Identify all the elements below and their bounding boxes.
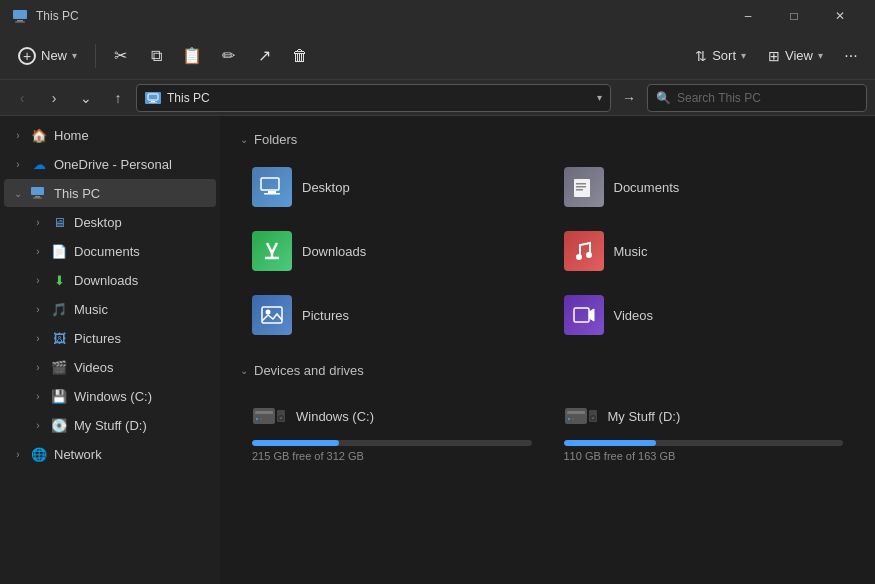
chevron-icon: › [32, 275, 44, 286]
sidebar-item-videos[interactable]: › 🎬 Videos [4, 353, 216, 381]
videos-folder-icon [564, 295, 604, 335]
winc-bar-track [252, 440, 532, 446]
desktop-icon: 🖥 [50, 213, 68, 231]
cut-button[interactable]: ✂ [104, 40, 136, 72]
folder-pictures-label: Pictures [302, 308, 349, 323]
svg-point-29 [260, 418, 262, 420]
address-chevron-icon[interactable]: ▾ [597, 92, 602, 103]
search-box[interactable]: 🔍 Search This PC [647, 84, 867, 112]
pictures-icon: 🖼 [50, 329, 68, 347]
new-button[interactable]: + New ▾ [8, 42, 87, 70]
address-bar: ‹ › ⌄ ↑ This PC ▾ → 🔍 Search This PC [0, 80, 875, 116]
folder-desktop-label: Desktop [302, 180, 350, 195]
svg-rect-5 [149, 102, 157, 103]
toolbar-separator-1 [95, 44, 96, 68]
drives-grid: Windows (C:) 215 GB free of 312 GB [240, 390, 855, 470]
sidebar-item-downloads[interactable]: › ⬇ Downloads [4, 266, 216, 294]
sidebar-item-pictures[interactable]: › 🖼 Pictures [4, 324, 216, 352]
sidebar-item-mystuff[interactable]: › 💽 My Stuff (D:) [4, 411, 216, 439]
sidebar-item-documents[interactable]: › 📄 Documents [4, 237, 216, 265]
mystuff-drive-icon [564, 398, 600, 434]
section-chevron-icon: ⌄ [240, 134, 248, 145]
svg-point-27 [280, 417, 283, 420]
window-controls: – □ ✕ [725, 0, 863, 32]
svg-rect-30 [565, 408, 587, 424]
svg-point-19 [586, 252, 592, 258]
delete-button[interactable]: 🗑 [284, 40, 316, 72]
maximize-button[interactable]: □ [771, 0, 817, 32]
music-folder-icon [564, 231, 604, 271]
svg-rect-2 [15, 22, 25, 23]
drive-winc[interactable]: Windows (C:) 215 GB free of 312 GB [240, 390, 544, 470]
back-button[interactable]: ‹ [8, 84, 36, 112]
go-button[interactable]: → [615, 84, 643, 112]
sidebar-item-onedrive[interactable]: › ☁ OneDrive - Personal [4, 150, 216, 178]
sidebar-item-home[interactable]: › 🏠 Home [4, 121, 216, 149]
close-button[interactable]: ✕ [817, 0, 863, 32]
folder-documents[interactable]: Documents [552, 159, 856, 215]
rename-button[interactable]: ✏ [212, 40, 244, 72]
folder-videos[interactable]: Videos [552, 287, 856, 343]
svg-rect-12 [574, 179, 590, 197]
sidebar-item-thispc[interactable]: ⌄ This PC [4, 179, 216, 207]
folder-music-label: Music [614, 244, 648, 259]
sidebar-label: Videos [74, 360, 208, 375]
mystuff-icon: 💽 [50, 416, 68, 434]
svg-point-34 [591, 417, 594, 420]
paste-button[interactable]: 📋 [176, 40, 208, 72]
folder-documents-label: Documents [614, 180, 680, 195]
winc-icon: 💾 [50, 387, 68, 405]
new-icon: + [18, 47, 36, 65]
up-button[interactable]: ↑ [104, 84, 132, 112]
chevron-icon: › [32, 362, 44, 373]
folder-pictures[interactable]: Pictures [240, 287, 544, 343]
minimize-button[interactable]: – [725, 0, 771, 32]
pictures-folder-icon [252, 295, 292, 335]
mystuff-drive-info: 110 GB free of 163 GB [564, 450, 844, 462]
chevron-icon: › [32, 246, 44, 257]
folder-desktop[interactable]: Desktop [240, 159, 544, 215]
chevron-icon: › [32, 333, 44, 344]
recent-button[interactable]: ⌄ [72, 84, 100, 112]
address-text: This PC [167, 91, 591, 105]
devices-section-header: ⌄ Devices and drives [240, 363, 855, 378]
sidebar-label: My Stuff (D:) [74, 418, 208, 433]
svg-rect-8 [33, 198, 42, 199]
view-button[interactable]: ⊞ View ▾ [758, 43, 833, 69]
computer-icon [12, 8, 28, 24]
chevron-icon: › [12, 130, 24, 141]
sidebar-label: Desktop [74, 215, 208, 230]
content-area: ⌄ Folders Desktop [220, 116, 875, 584]
sidebar-label: Documents [74, 244, 208, 259]
downloads-icon: ⬇ [50, 271, 68, 289]
sidebar-item-network[interactable]: › 🌐 Network [4, 440, 216, 468]
chevron-icon: › [12, 449, 24, 460]
sort-button[interactable]: ⇅ Sort ▾ [685, 43, 756, 69]
svg-point-21 [266, 310, 271, 315]
folder-music[interactable]: Music [552, 223, 856, 279]
svg-rect-1 [17, 20, 23, 22]
sidebar-label: Music [74, 302, 208, 317]
svg-rect-15 [576, 189, 583, 191]
view-icon: ⊞ [768, 48, 780, 64]
devices-section-title: Devices and drives [254, 363, 364, 378]
sidebar-item-music[interactable]: › 🎵 Music [4, 295, 216, 323]
svg-rect-3 [148, 94, 158, 100]
drive-mystuff[interactable]: My Stuff (D:) 110 GB free of 163 GB [552, 390, 856, 470]
sidebar-label: OneDrive - Personal [54, 157, 208, 172]
address-input[interactable]: This PC ▾ [136, 84, 611, 112]
sidebar-item-desktop[interactable]: › 🖥 Desktop [4, 208, 216, 236]
drive-mystuff-header: My Stuff (D:) [564, 398, 844, 434]
copy-button[interactable]: ⧉ [140, 40, 172, 72]
sidebar: › 🏠 Home › ☁ OneDrive - Personal ⌄ This … [0, 116, 220, 584]
folder-downloads[interactable]: Downloads [240, 223, 544, 279]
share-button[interactable]: ↗ [248, 40, 280, 72]
sidebar-label: Network [54, 447, 208, 462]
more-button[interactable]: ··· [835, 40, 867, 72]
onedrive-icon: ☁ [30, 155, 48, 173]
svg-point-36 [572, 418, 574, 420]
forward-button[interactable]: › [40, 84, 68, 112]
chevron-icon: › [32, 420, 44, 431]
toolbar-right: ⇅ Sort ▾ ⊞ View ▾ ··· [685, 40, 867, 72]
sidebar-item-winc[interactable]: › 💾 Windows (C:) [4, 382, 216, 410]
